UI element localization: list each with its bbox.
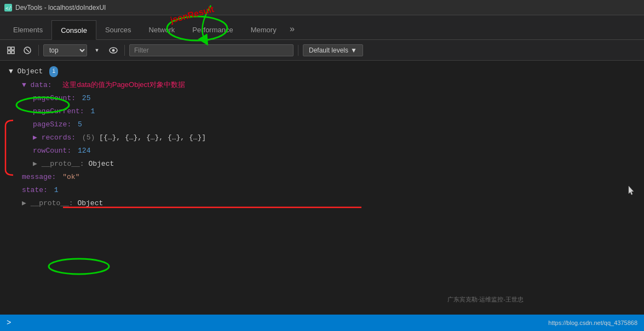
page-count-line: pageCount: 25	[0, 92, 644, 105]
records-line[interactable]: ▶ records: (5) [{…}, {…}, {…}, {…}, {…}]	[0, 131, 644, 144]
toolbar-divider-3	[298, 45, 298, 56]
context-selector[interactable]: top	[43, 44, 87, 56]
tab-console[interactable]: Console	[51, 20, 96, 40]
message-value: "ok"	[62, 173, 79, 181]
records-value: [{…}, {…}, {…}, {…}, {…}]	[99, 133, 206, 142]
data-key-line: ▼ data: 这里data的值为PageObject对象中数据	[0, 78, 644, 92]
page-size-key: pageSize:	[33, 120, 71, 129]
records-key: ▶ records:	[33, 133, 76, 142]
page-current-key: pageCurrent:	[33, 107, 84, 115]
toolbar-divider-1	[38, 45, 39, 56]
default-levels-button[interactable]: Default levels ▼	[303, 44, 363, 56]
svg-rect-5	[12, 51, 14, 54]
svg-point-9	[112, 49, 115, 51]
proto-1-key: ▶ __proto__:	[33, 160, 88, 168]
proto-1-line[interactable]: ▶ __proto__: Object	[0, 158, 644, 171]
title-bar: </> DevTools - localhost/doIndexUI	[0, 0, 644, 15]
clear-icon	[23, 46, 32, 55]
dropdown-chevron-icon: ▼	[350, 47, 357, 54]
eye-icon	[109, 47, 118, 54]
console-prompt-icon[interactable]: >	[7, 318, 11, 327]
proto-1-value: Object	[88, 160, 114, 168]
tab-sources[interactable]: Sources	[96, 20, 140, 39]
svg-rect-2	[8, 47, 10, 50]
devtools-icon: </>	[4, 4, 12, 11]
state-value: 1	[54, 186, 59, 194]
row-count-key: rowCount:	[33, 147, 71, 155]
tab-elements[interactable]: Elements	[4, 20, 51, 39]
row-count-value: 124	[78, 147, 90, 155]
page-size-value: 5	[78, 120, 82, 129]
page-count-key: pageCount:	[33, 94, 76, 102]
svg-text:</>: </>	[5, 5, 12, 11]
toolbar-divider-2	[124, 45, 125, 56]
tab-memory[interactable]: Memory	[242, 20, 285, 39]
title-text: DevTools - localhost/doIndexUI	[15, 4, 106, 11]
filter-input[interactable]	[129, 44, 294, 56]
page-size-line: pageSize: 5	[0, 118, 644, 131]
proto-2-line[interactable]: ▶ __proto__: Object	[0, 197, 644, 210]
records-count: (5)	[82, 133, 99, 142]
object-label: ▼ Object	[9, 67, 43, 76]
message-key: message:	[22, 173, 56, 181]
object-badge: i	[49, 66, 58, 77]
data-annotation: 这里data的值为PageObject对象中数据	[62, 80, 185, 89]
page-current-value: 1	[90, 107, 95, 115]
svg-rect-3	[12, 47, 14, 50]
tab-bar: Elements Console Sources Network Perform…	[0, 15, 644, 40]
bottom-url: https://blog.csdn.net/qq_4375868	[548, 320, 637, 326]
console-output: ▼ Object i ▼ data: 这里data的值为PageObject对象…	[0, 61, 644, 315]
eye-button[interactable]	[107, 44, 120, 57]
tab-network[interactable]: Network	[140, 20, 184, 39]
tab-performance[interactable]: Performance	[183, 20, 242, 39]
state-line: state: 1	[0, 184, 644, 197]
data-key: ▼ data:	[22, 81, 52, 89]
execute-button[interactable]	[4, 44, 18, 57]
page-count-value: 25	[82, 94, 91, 102]
clear-button[interactable]	[21, 44, 34, 57]
object-root-line: ▼ Object i	[0, 65, 644, 78]
page-current-line: pageCurrent: 1	[0, 105, 644, 118]
proto-2-value: Object	[77, 199, 103, 207]
dropdown-arrow[interactable]: ▾	[90, 44, 104, 57]
message-line: message: "ok"	[0, 171, 644, 184]
bottom-bar: > https://blog.csdn.net/qq_4375868	[0, 315, 644, 331]
execute-icon	[7, 47, 15, 54]
more-tabs-button[interactable]: »	[285, 20, 300, 39]
state-key: state:	[22, 186, 48, 194]
row-count-line: rowCount: 124	[0, 144, 644, 158]
console-toolbar: top ▾ Default levels ▼	[0, 40, 644, 61]
svg-rect-4	[8, 51, 10, 54]
proto-2-key: ▶ __proto__:	[22, 199, 77, 207]
svg-line-7	[26, 49, 29, 52]
